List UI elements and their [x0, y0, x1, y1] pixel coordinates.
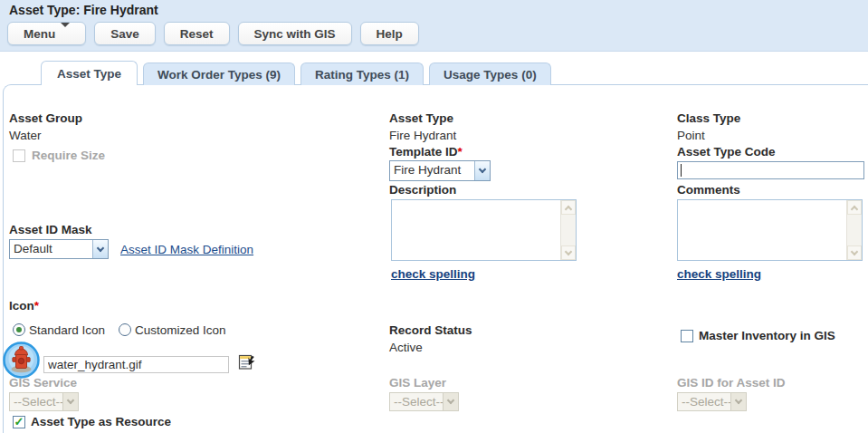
master-inventory-in-gis-checkbox[interactable] — [681, 330, 693, 342]
standard-icon-radio-label: Standard Icon — [29, 323, 105, 337]
class-type-label: Class Type — [677, 111, 740, 125]
gis-service-select: --Select-- — [9, 392, 79, 411]
standard-icon-radio[interactable] — [13, 323, 25, 336]
tab-usage-types[interactable]: Usage Types (0) — [429, 63, 551, 85]
help-button[interactable]: Help — [360, 22, 419, 45]
chevron-down-icon — [62, 393, 78, 410]
gis-id-for-asset-id-select: --Select-- — [677, 392, 747, 411]
sync-with-gis-button[interactable]: Sync with GIS — [238, 22, 352, 45]
tab-rating-types[interactable]: Rating Types (1) — [300, 63, 424, 85]
gis-layer-select: --Select-- — [389, 392, 459, 411]
chevron-down-icon — [730, 393, 746, 410]
asset-type-screen: Asset Type: Fire Hydrant Menu Save Reset… — [0, 0, 868, 433]
template-id-label: Template ID* — [389, 145, 463, 159]
comments-check-spelling-link[interactable]: check spelling — [677, 267, 761, 281]
select-from-list-icon[interactable] — [238, 353, 256, 371]
reset-button-label: Reset — [180, 27, 214, 41]
scroll-up-icon[interactable] — [847, 200, 862, 215]
reset-button[interactable]: Reset — [164, 22, 230, 45]
required-asterisk: * — [34, 299, 39, 313]
text-caret — [681, 164, 682, 177]
gis-id-for-asset-id-select-value: --Select-- — [678, 393, 730, 410]
description-label: Description — [389, 183, 456, 197]
tab-bar: Asset Type Work Order Types (9) Rating T… — [41, 61, 551, 85]
require-size-label: Require Size — [32, 149, 105, 162]
page-title: Asset Type: Fire Hydrant — [9, 3, 158, 17]
customized-icon-radio-label: Customized Icon — [135, 323, 226, 337]
scroll-down-icon[interactable] — [847, 245, 862, 260]
required-asterisk: * — [458, 145, 463, 159]
class-type-value: Point — [677, 129, 705, 142]
asset-type-value: Fire Hydrant — [389, 129, 456, 142]
fire-hydrant-icon[interactable] — [3, 342, 40, 379]
gis-service-label: GIS Service — [9, 376, 77, 390]
asset-type-label: Asset Type — [389, 111, 453, 125]
template-id-label-text: Template ID — [389, 145, 458, 159]
asset-type-as-resource-checkbox[interactable] — [13, 416, 25, 428]
asset-group-label: Asset Group — [9, 111, 82, 125]
menu-button-label: Menu — [24, 27, 55, 41]
require-size-checkbox — [13, 149, 25, 162]
icon-label: Icon* — [9, 299, 39, 313]
asset-id-mask-select[interactable]: Default — [9, 239, 109, 259]
icon-filename-input[interactable] — [43, 356, 229, 373]
chevron-down-icon — [92, 240, 108, 258]
chevron-down-icon — [474, 161, 490, 180]
save-button[interactable]: Save — [94, 22, 156, 45]
customized-icon-radio[interactable] — [119, 323, 131, 336]
save-button-label: Save — [110, 27, 139, 41]
comments-label: Comments — [677, 183, 740, 197]
gis-id-for-asset-id-label: GIS ID for Asset ID — [677, 376, 786, 390]
scroll-down-icon[interactable] — [561, 245, 576, 260]
scroll-up-icon[interactable] — [561, 200, 576, 215]
asset-group-value: Water — [9, 129, 42, 142]
gis-layer-label: GIS Layer — [389, 376, 446, 390]
template-id-select-value: Fire Hydrant — [390, 161, 474, 180]
asset-type-code-label: Asset Type Code — [677, 145, 776, 159]
menu-dropdown-icon — [61, 27, 70, 41]
record-status-label: Record Status — [389, 323, 472, 337]
gis-layer-select-value: --Select-- — [390, 393, 443, 410]
asset-id-mask-label: Asset ID Mask — [9, 223, 92, 236]
asset-id-mask-select-value: Default — [10, 240, 92, 258]
icon-label-text: Icon — [9, 299, 34, 313]
tab-asset-type[interactable]: Asset Type — [41, 61, 138, 85]
scrollbar[interactable] — [846, 200, 862, 260]
sync-with-gis-button-label: Sync with GIS — [254, 27, 336, 41]
chevron-down-icon — [443, 393, 458, 410]
help-button-label: Help — [377, 27, 403, 41]
scrollbar[interactable] — [560, 200, 576, 260]
description-textarea[interactable] — [391, 199, 577, 261]
asset-id-mask-definition-link[interactable]: Asset ID Mask Definition — [120, 243, 253, 256]
toolbar: Menu Save Reset Sync with GIS Help — [7, 22, 419, 45]
tab-work-order-types[interactable]: Work Order Types (9) — [143, 63, 295, 85]
description-check-spelling-link[interactable]: check spelling — [391, 267, 475, 281]
asset-type-code-input[interactable] — [677, 161, 864, 179]
asset-type-as-resource-label: Asset Type as Resource — [31, 415, 171, 428]
gis-service-select-value: --Select-- — [10, 393, 62, 410]
header-band: Asset Type: Fire Hydrant Menu Save Reset… — [0, 0, 868, 52]
menu-button[interactable]: Menu — [7, 22, 86, 45]
master-inventory-in-gis-label: Master Inventory in GIS — [699, 329, 835, 342]
comments-textarea[interactable] — [677, 199, 863, 261]
description-textarea-value — [392, 200, 560, 260]
record-status-value: Active — [389, 341, 423, 354]
comments-textarea-value — [678, 200, 846, 260]
template-id-select[interactable]: Fire Hydrant — [389, 160, 491, 181]
